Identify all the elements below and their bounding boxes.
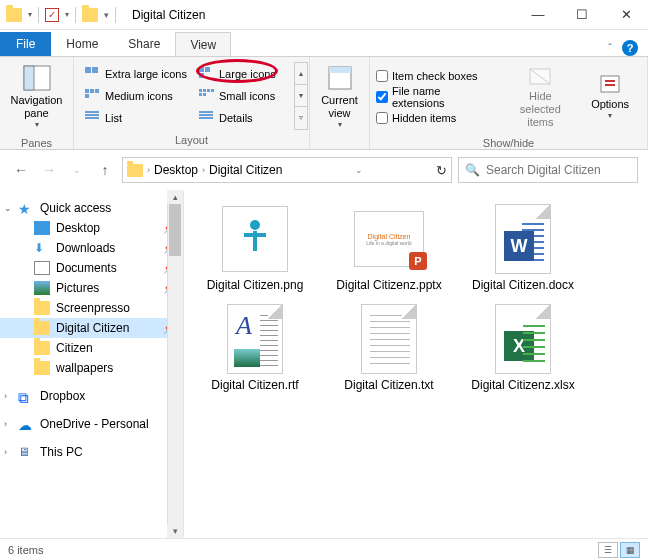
navigation-pane-button[interactable]: Navigation pane ▾ bbox=[6, 61, 67, 133]
address-row: ← → ⌄ ↑ › Desktop › Digital Citizen ⌄ ↻ … bbox=[0, 150, 648, 190]
maximize-button[interactable]: ☐ bbox=[560, 0, 604, 30]
hide-selected-button[interactable]: Hide selected items bbox=[509, 61, 571, 133]
layout-list[interactable]: List bbox=[82, 110, 194, 126]
showhide-checkboxes: Item check boxes File name extensions Hi… bbox=[376, 70, 501, 124]
check-item-checkboxes[interactable]: Item check boxes bbox=[376, 70, 495, 82]
file-thumb-rtf: A bbox=[220, 304, 290, 374]
window-title: Digital Citizen bbox=[132, 8, 205, 22]
qat-properties-icon[interactable]: ✓ bbox=[45, 8, 59, 22]
ribbon: Navigation pane ▾ Panes Extra large icon… bbox=[0, 56, 648, 150]
breadcrumb-digital-citizen[interactable]: Digital Citizen bbox=[209, 163, 282, 177]
sidebar-item-desktop[interactable]: Desktop📌 bbox=[0, 218, 183, 238]
sidebar-item-digital-citizen[interactable]: Digital Citizen📌 bbox=[0, 318, 183, 338]
separator bbox=[115, 7, 116, 23]
file-thumb-txt bbox=[354, 304, 424, 374]
powerpoint-icon: P bbox=[409, 252, 427, 270]
tab-view[interactable]: View bbox=[175, 32, 231, 56]
view-toggle: ☰ ▦ bbox=[598, 542, 640, 558]
hide-selected-icon bbox=[528, 65, 552, 87]
nav-back-button[interactable]: ← bbox=[10, 159, 32, 181]
sidebar-item-this-pc[interactable]: ›🖥This PC bbox=[0, 442, 183, 462]
file-thumb-xlsx: X bbox=[488, 304, 558, 374]
close-button[interactable]: ✕ bbox=[604, 0, 648, 30]
svg-rect-9 bbox=[244, 233, 266, 237]
layout-extra-large-icons[interactable]: Extra large icons bbox=[82, 66, 194, 82]
file-item[interactable]: Digital Citizen.png bbox=[190, 200, 320, 296]
qat-dropdown-icon[interactable]: ▾ bbox=[65, 10, 69, 19]
file-item[interactable]: Digital CitizenLife in a digital worldP … bbox=[324, 200, 454, 296]
options-button[interactable]: Options ▾ bbox=[579, 61, 641, 133]
search-box[interactable]: 🔍 bbox=[458, 157, 638, 183]
address-dropdown-icon[interactable]: ⌄ bbox=[355, 165, 363, 175]
ribbon-tabs: File Home Share View ˆ ? bbox=[0, 30, 648, 56]
navigation-pane-label: Navigation pane bbox=[6, 94, 67, 120]
svg-rect-1 bbox=[24, 66, 34, 90]
svg-point-7 bbox=[250, 220, 260, 230]
spacer bbox=[0, 406, 183, 414]
breadcrumb-desktop[interactable]: Desktop bbox=[154, 163, 198, 177]
nav-forward-button[interactable]: → bbox=[38, 159, 60, 181]
address-bar[interactable]: › Desktop › Digital Citizen ⌄ ↻ bbox=[122, 157, 452, 183]
chevron-icon[interactable]: › bbox=[202, 165, 205, 175]
sidebar-item-onedrive[interactable]: ›☁OneDrive - Personal bbox=[0, 414, 183, 434]
nav-recent-dropdown[interactable]: ⌄ bbox=[66, 159, 88, 181]
chevron-icon[interactable]: › bbox=[147, 165, 150, 175]
group-currentview-spacer bbox=[310, 137, 369, 152]
sidebar-item-screenpresso[interactable]: Screenpresso bbox=[0, 298, 183, 318]
tab-home[interactable]: Home bbox=[51, 32, 113, 56]
current-view-label: Current view bbox=[316, 94, 363, 120]
quick-access-toolbar: ▾ ✓ ▾ ▾ bbox=[0, 7, 109, 23]
current-view-button[interactable]: Current view ▾ bbox=[316, 61, 363, 133]
layout-scroll[interactable]: ▴▾▿ bbox=[294, 62, 308, 130]
sidebar-item-downloads[interactable]: ⬇Downloads📌 bbox=[0, 238, 183, 258]
file-name: Digital Citizen.txt bbox=[344, 378, 433, 392]
nav-up-button[interactable]: ↑ bbox=[94, 159, 116, 181]
qat-newfolder-icon[interactable] bbox=[82, 8, 98, 22]
tab-file[interactable]: File bbox=[0, 32, 51, 56]
sidebar-item-documents[interactable]: Documents📌 bbox=[0, 258, 183, 278]
scroll-thumb[interactable] bbox=[169, 204, 181, 256]
group-panes-label: Panes bbox=[0, 137, 73, 152]
check-file-extensions[interactable]: File name extensions bbox=[376, 85, 495, 109]
view-details-button[interactable]: ☰ bbox=[598, 542, 618, 558]
qat-dropdown-icon[interactable]: ▾ bbox=[28, 10, 32, 19]
refresh-button[interactable]: ↻ bbox=[436, 163, 447, 178]
qat-customize-icon[interactable]: ▾ bbox=[104, 10, 109, 20]
file-name: Digital Citizenz.xlsx bbox=[471, 378, 574, 392]
file-thumb-docx: W bbox=[488, 204, 558, 274]
current-view-icon bbox=[327, 65, 353, 91]
layout-medium-icons[interactable]: Medium icons bbox=[82, 88, 194, 104]
body: ⌄★Quick access Desktop📌 ⬇Downloads📌 Docu… bbox=[0, 190, 648, 538]
tab-share[interactable]: Share bbox=[113, 32, 175, 56]
sidebar-item-wallpapers[interactable]: wallpapers bbox=[0, 358, 183, 378]
file-item[interactable]: A Digital Citizen.rtf bbox=[190, 300, 320, 396]
scroll-up-icon[interactable]: ▴ bbox=[167, 190, 183, 204]
layout-small-icons[interactable]: Small icons bbox=[196, 88, 292, 104]
help-icon[interactable]: ? bbox=[622, 40, 638, 56]
file-name: Digital Citizenz.pptx bbox=[336, 278, 441, 292]
scroll-down-icon[interactable]: ▾ bbox=[167, 524, 183, 538]
view-large-icons-button[interactable]: ▦ bbox=[620, 542, 640, 558]
check-hidden-items[interactable]: Hidden items bbox=[376, 112, 495, 124]
spacer bbox=[0, 434, 183, 442]
layout-large-icons[interactable]: Large icons bbox=[196, 66, 292, 82]
minimize-ribbon-icon[interactable]: ˆ bbox=[608, 42, 612, 54]
separator bbox=[38, 7, 39, 23]
minimize-button[interactable]: — bbox=[516, 0, 560, 30]
sidebar-item-quick-access[interactable]: ⌄★Quick access bbox=[0, 198, 183, 218]
sidebar-scrollbar[interactable]: ▴ ▾ bbox=[167, 190, 183, 538]
word-icon: W bbox=[504, 231, 534, 261]
search-icon: 🔍 bbox=[465, 163, 480, 177]
search-input[interactable] bbox=[486, 163, 636, 177]
navigation-sidebar: ⌄★Quick access Desktop📌 ⬇Downloads📌 Docu… bbox=[0, 190, 184, 538]
file-item[interactable]: X Digital Citizenz.xlsx bbox=[458, 300, 588, 396]
sidebar-item-pictures[interactable]: Pictures📌 bbox=[0, 278, 183, 298]
spacer bbox=[0, 378, 183, 386]
file-item[interactable]: W Digital Citizen.docx bbox=[458, 200, 588, 296]
file-item[interactable]: Digital Citizen.txt bbox=[324, 300, 454, 396]
file-name: Digital Citizen.docx bbox=[472, 278, 574, 292]
sidebar-item-dropbox[interactable]: ›⧉Dropbox bbox=[0, 386, 183, 406]
layout-details[interactable]: Details bbox=[196, 110, 292, 126]
file-list[interactable]: Digital Citizen.png Digital CitizenLife … bbox=[184, 190, 648, 538]
sidebar-item-citizen[interactable]: Citizen bbox=[0, 338, 183, 358]
